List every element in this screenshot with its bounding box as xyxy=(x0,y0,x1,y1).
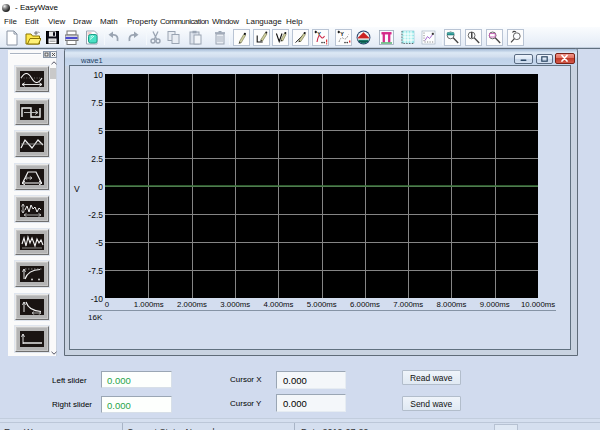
svg-text:Y: Y xyxy=(340,31,344,37)
